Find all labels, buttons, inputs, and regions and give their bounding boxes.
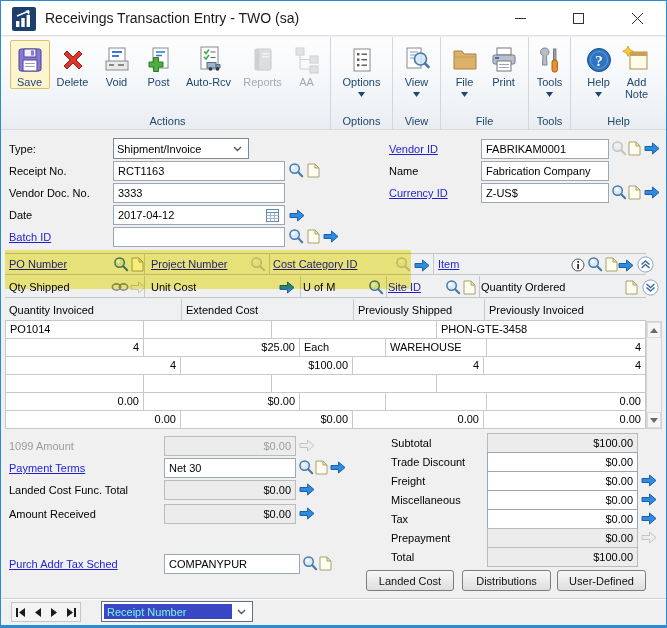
po-number-column-link[interactable]: PO Number [9,258,67,270]
scroll-line-up-button[interactable] [637,256,654,273]
project-number-column-link[interactable]: Project Number [151,258,227,270]
payment-terms-field[interactable]: Net 30 [164,458,296,478]
miscellaneous-field[interactable]: $0.00 [487,490,638,510]
item-column-link[interactable]: Item [438,258,459,270]
grid-cell-item[interactable] [437,375,646,393]
grid-cell-extended-cost[interactable]: $100.00 [181,357,353,375]
tax-field[interactable]: $0.00 [487,509,638,529]
add-note-button[interactable]: Add Note [617,40,657,101]
site-id-note-icon[interactable] [463,280,476,295]
grid-cell-previously-invoiced[interactable]: 0.00 [484,411,646,429]
grid-cell-previously-shipped[interactable]: 4 [353,357,484,375]
vendor-id-expansion-arrow-icon[interactable] [644,142,660,155]
distributions-button[interactable]: Distributions [462,570,551,591]
first-record-button[interactable] [12,603,29,621]
tax-expansion-arrow-icon[interactable] [641,512,657,525]
last-record-button[interactable] [63,603,80,621]
purch-addr-tax-sched-link[interactable]: Purch Addr Tax Sched [9,558,118,570]
receipt-no-field[interactable]: RCT1163 [113,161,285,181]
grid-cell-unit-cost[interactable]: $0.00 [144,393,300,411]
cost-category-id-column-link[interactable]: Cost Category ID [273,258,357,270]
site-id-column-link[interactable]: Site ID [388,281,421,293]
po-number-note-icon[interactable] [131,257,144,272]
type-dropdown[interactable]: Shipment/Invoice [113,138,249,159]
grid-cell-unit-cost[interactable]: $25.00 [144,339,300,357]
delete-button[interactable]: Delete [50,40,96,89]
vendor-id-note-icon[interactable] [628,141,641,156]
auto-rcv-button[interactable]: Auto-Rcv [180,40,238,89]
view-button[interactable]: View [396,40,438,98]
grid-cell-cost-category-id[interactable] [272,321,437,339]
file-button[interactable]: File [446,40,484,98]
scrollbar-up-arrow[interactable] [647,322,661,338]
scrollbar-down-arrow[interactable] [647,412,661,428]
grid-cell-quantity-invoiced[interactable]: 0.00 [5,411,181,429]
chevron-down-icon[interactable] [232,604,250,619]
grid-cell-po-number[interactable]: PO1014 [5,321,144,339]
batch-id-lookup-icon[interactable] [288,228,304,244]
calendar-icon[interactable] [266,209,279,222]
grid-cell-project-number[interactable] [144,321,272,339]
grid-cell-site-id[interactable]: WAREHOUSE [386,339,487,357]
amount-received-expansion-arrow-icon[interactable] [299,507,315,520]
batch-id-field[interactable] [113,227,285,247]
grid-cell-previously-invoiced[interactable]: 4 [484,357,646,375]
void-button[interactable]: Void [96,40,138,89]
freight-expansion-arrow-icon[interactable] [641,474,657,487]
grid-cell-quantity-ordered[interactable]: 0.00 [487,393,646,411]
po-number-lookup-icon[interactable] [113,256,129,272]
vendor-doc-no-field[interactable]: 3333 [113,183,285,203]
date-expansion-arrow-icon[interactable] [289,209,305,222]
landed-cost-button[interactable]: Landed Cost [366,570,454,591]
receipt-no-lookup-icon[interactable] [288,162,304,178]
grid-cell-item[interactable]: PHON-GTE-3458 [437,321,646,339]
payment-terms-link[interactable]: Payment Terms [9,462,85,474]
options-button[interactable]: Options [335,40,389,98]
batch-id-link[interactable]: Batch ID [9,231,51,243]
purch-addr-tax-sched-field[interactable]: COMPANYPUR [164,554,300,574]
close-button[interactable] [615,1,660,35]
receipt-no-note-icon[interactable] [307,163,320,178]
currency-id-note-icon[interactable] [628,185,641,200]
miscellaneous-expansion-arrow-icon[interactable] [641,493,657,506]
currency-id-field[interactable]: Z-US$ [481,183,609,203]
grid-scrollbar[interactable] [646,321,662,429]
unit-cost-expansion-arrow-icon[interactable] [279,281,295,294]
batch-id-expansion-arrow-icon[interactable] [323,230,339,243]
currency-id-expansion-arrow-icon[interactable] [644,186,660,199]
batch-id-note-icon[interactable] [307,229,320,244]
grid-cell-extended-cost[interactable]: $0.00 [181,411,353,429]
vendor-id-link[interactable]: Vendor ID [389,143,438,155]
cost-category-expansion-arrow-icon[interactable] [414,259,430,272]
previous-record-button[interactable] [29,603,46,621]
item-note-icon[interactable] [605,257,618,272]
grid-cell-quantity-ordered[interactable]: 4 [487,339,646,357]
purch-addr-tax-sched-lookup-icon[interactable] [302,555,318,571]
grid-cell-qty-shipped[interactable]: 0.00 [5,393,144,411]
date-field[interactable]: 2017-04-12 [113,205,285,225]
tools-button[interactable]: Tools [531,40,568,98]
grid-cell-site-id[interactable] [386,393,487,411]
post-button[interactable]: Post [138,40,180,89]
currency-id-link[interactable]: Currency ID [389,187,448,199]
chevron-down-icon[interactable] [229,139,245,158]
help-button[interactable]: Help [581,40,617,98]
next-record-button[interactable] [46,603,63,621]
payment-terms-expansion-arrow-icon[interactable] [330,461,346,474]
freight-field[interactable]: $0.00 [487,471,638,491]
trade-discount-field[interactable]: $0.00 [487,452,638,472]
item-info-icon[interactable] [571,258,585,272]
payment-terms-lookup-icon[interactable] [298,459,314,475]
grid-cell-previously-shipped[interactable]: 0.00 [353,411,484,429]
grid-cell-quantity-invoiced[interactable]: 4 [5,357,181,375]
grid-cell-u-of-m[interactable] [300,393,386,411]
vendor-id-field[interactable]: FABRIKAM0001 [481,139,609,159]
browse-by-dropdown[interactable]: Receipt Number [101,601,253,622]
grid-cell-cost-category-id[interactable] [272,375,437,393]
payment-terms-note-icon[interactable] [315,460,328,475]
print-button[interactable]: Print [484,40,524,89]
name-field[interactable]: Fabrication Company [481,161,609,181]
save-button[interactable]: Save [10,40,50,89]
purch-addr-tax-sched-note-icon[interactable] [319,556,332,571]
item-expansion-arrow-icon[interactable] [618,259,634,272]
